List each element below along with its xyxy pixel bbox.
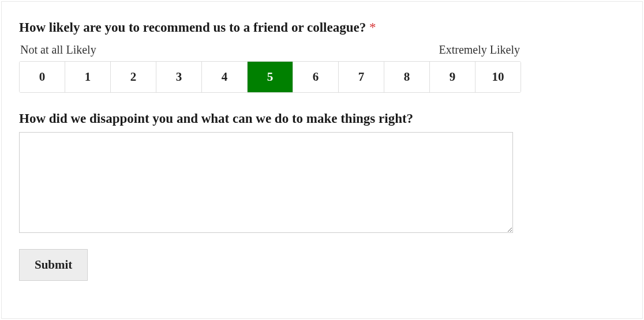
scale-option-8[interactable]: 8 (384, 62, 430, 92)
scale-anchor-labels: Not at all Likely Extremely Likely (19, 43, 521, 57)
scale-option-6[interactable]: 6 (293, 62, 339, 92)
scale-option-5[interactable]: 5 (248, 62, 293, 92)
scale-option-7[interactable]: 7 (339, 62, 384, 92)
nps-question-label: How likely are you to recommend us to a … (19, 20, 625, 35)
required-indicator: * (369, 20, 376, 35)
scale-option-0[interactable]: 0 (20, 62, 65, 92)
submit-button[interactable]: Submit (19, 249, 88, 281)
scale-option-10[interactable]: 10 (475, 62, 521, 92)
followup-question-label: How did we disappoint you and what can w… (19, 111, 625, 126)
scale-low-label: Not at all Likely (20, 43, 96, 57)
scale-high-label: Extremely Likely (439, 43, 520, 57)
scale-option-9[interactable]: 9 (430, 62, 475, 92)
feedback-input[interactable] (19, 132, 513, 233)
nps-scale: 0 1 2 3 4 5 6 7 8 9 10 (19, 61, 521, 93)
scale-option-2[interactable]: 2 (111, 62, 156, 92)
scale-option-4[interactable]: 4 (202, 62, 248, 92)
scale-option-3[interactable]: 3 (156, 62, 202, 92)
scale-option-1[interactable]: 1 (65, 62, 111, 92)
nps-question-text: How likely are you to recommend us to a … (19, 20, 366, 35)
survey-form: How likely are you to recommend us to a … (1, 1, 643, 319)
